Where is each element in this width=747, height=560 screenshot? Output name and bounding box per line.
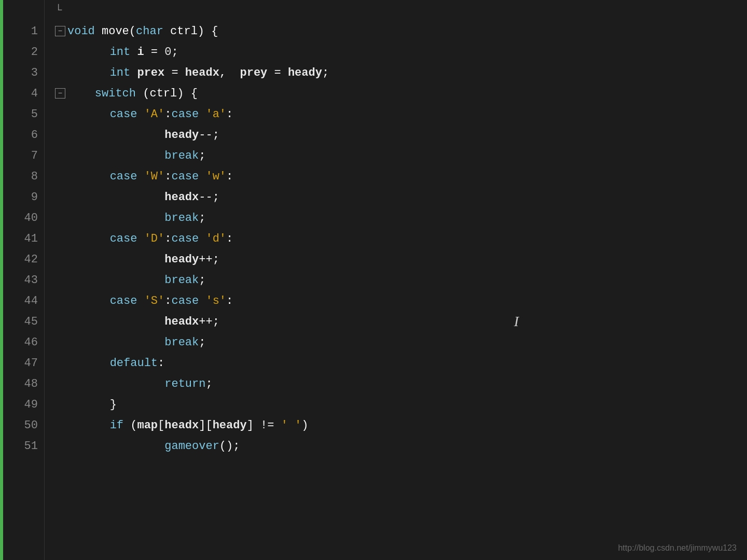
code-line-6: heady --; — [45, 124, 747, 145]
token-headx4: headx — [164, 419, 199, 432]
token-map: map — [137, 419, 158, 432]
token-colon1: : — [164, 108, 171, 121]
token-semi: ; — [205, 377, 212, 390]
token-i: i — [137, 46, 144, 59]
token-heady3: heady — [164, 253, 199, 266]
token-ctrl: ctrl — [170, 25, 198, 38]
token-0: 0 — [164, 46, 171, 59]
token-space — [95, 25, 102, 38]
token-indent — [55, 295, 110, 307]
line-num-2: 2 — [3, 41, 44, 62]
line-num-9: 9 — [3, 187, 44, 207]
token-case7: case — [110, 295, 137, 307]
token-s: 's' — [205, 295, 226, 307]
token-space — [137, 170, 144, 183]
token-space2 — [163, 25, 170, 38]
token-return: return — [164, 377, 205, 390]
token-indent — [55, 336, 164, 349]
token-colon4: : — [226, 170, 233, 183]
line-num-0 — [3, 0, 44, 21]
editor-container: 1 2 3 4 5 6 7 8 9 40 41 42 43 44 45 46 4… — [0, 0, 747, 560]
token-indent — [55, 253, 164, 266]
token-eq: = — [144, 46, 165, 59]
token-case4: case — [171, 170, 199, 183]
collapse-icon-4[interactable]: − — [55, 88, 65, 99]
code-line-44: case 'S' : case 's' : — [45, 290, 747, 311]
token-case8: case — [171, 295, 199, 307]
line-num-44: 44 — [3, 290, 44, 311]
token-case1: case — [110, 108, 137, 121]
token-space — [137, 108, 144, 121]
token-neq: != — [254, 419, 281, 432]
token-indent — [55, 440, 164, 453]
token-void: void — [67, 25, 95, 38]
token-int: int — [110, 46, 131, 59]
token-indent — [55, 419, 110, 432]
line-num-40: 40 — [3, 207, 44, 228]
line-num-8: 8 — [3, 166, 44, 187]
token-comma: , — [219, 66, 240, 79]
line-num-46: 46 — [3, 332, 44, 353]
code-line-50: if ( map [ headx ][ heady ] != ' ' ) — [45, 415, 747, 436]
token-space-char: ' ' — [281, 419, 302, 432]
token-eq: = — [164, 66, 185, 79]
line-num-5: 5 — [3, 104, 44, 124]
token-brace: ) { — [177, 87, 198, 100]
token-semi: ; — [199, 212, 205, 225]
token-switch: switch — [95, 87, 136, 100]
token-colon5: : — [164, 232, 171, 245]
token-indent — [55, 149, 164, 162]
token-space — [137, 295, 144, 307]
token-eq2: = — [267, 66, 288, 79]
line-num-4: 4 — [3, 83, 44, 104]
token-colon7: : — [164, 295, 171, 307]
watermark: http://blog.csdn.net/jimmywu123 — [618, 543, 737, 553]
token-d: 'd' — [205, 232, 226, 245]
token-break3: break — [164, 274, 199, 287]
token-D: 'D' — [144, 232, 165, 245]
token-indent — [55, 66, 110, 79]
token-space — [130, 66, 137, 79]
code-line-9: headx --; — [45, 187, 747, 207]
token-break1: break — [164, 149, 199, 162]
code-line-1: − void move ( char ctrl ) { — [45, 21, 747, 41]
token-indent — [55, 170, 110, 183]
code-line-46: break ; — [45, 332, 747, 353]
token-colon3: : — [164, 170, 171, 183]
token-A: 'A' — [144, 108, 165, 121]
token-heady: heady — [288, 66, 322, 79]
token-dec: --; — [199, 129, 219, 142]
token-space — [137, 232, 144, 245]
code-line-45: headx ++; I — [45, 311, 747, 332]
token-indent — [55, 212, 164, 225]
token-parens: (); — [219, 440, 240, 453]
code-line-8: case 'W' : case 'w' : — [45, 166, 747, 187]
token-indent — [55, 357, 110, 370]
line-num-6: 6 — [3, 124, 44, 145]
token-gameover: gameover — [164, 440, 219, 453]
token-int2: int — [110, 66, 131, 79]
token-semi: ; — [171, 46, 178, 59]
token-bracket2: ][ — [199, 419, 212, 432]
code-line-41: case 'D' : case 'd' : — [45, 228, 747, 249]
token-colon-default: : — [158, 357, 164, 370]
token-case6: case — [171, 232, 199, 245]
token-indent — [55, 315, 164, 328]
token-bracket3: ] — [247, 419, 254, 432]
token-colon8: : — [226, 295, 233, 307]
token-close-brace: } — [110, 398, 117, 411]
code-line-49: } — [45, 394, 747, 415]
token-ctrl: ctrl — [149, 87, 177, 100]
token-S: 'S' — [144, 295, 165, 307]
line-num-47: 47 — [3, 353, 44, 373]
code-line-2: int i = 0 ; — [45, 41, 747, 62]
line-numbers: 1 2 3 4 5 6 7 8 9 40 41 42 43 44 45 46 4… — [3, 0, 45, 560]
token-space: ( — [136, 87, 149, 100]
token-char: char — [136, 25, 163, 38]
token-headx2: headx — [164, 191, 199, 204]
token-space2 — [199, 108, 205, 121]
code-line-3: int prex = headx , prey = heady ; — [45, 62, 747, 83]
collapse-icon-1[interactable]: − — [55, 26, 65, 36]
token: └ — [55, 4, 62, 17]
token-move: move — [102, 25, 129, 38]
